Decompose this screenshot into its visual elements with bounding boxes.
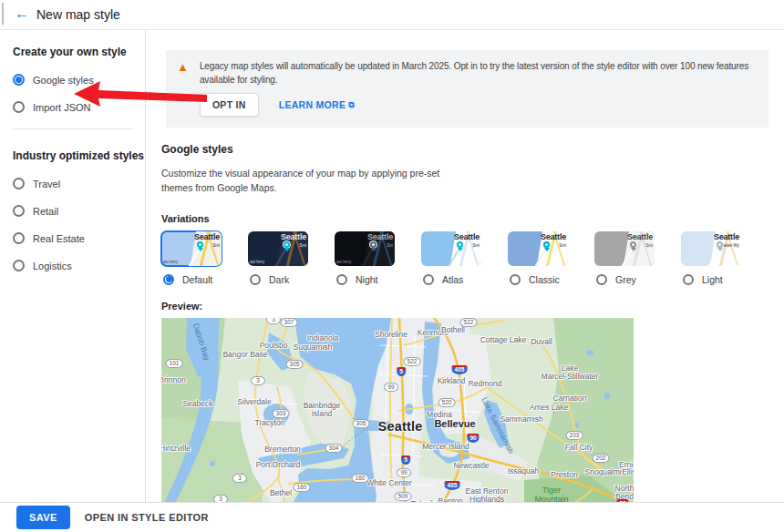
thumb-city-label: Seattle <box>281 232 306 241</box>
route-shield-509: 509 <box>395 492 412 501</box>
radio-industry-real-estate[interactable]: Real Estate <box>13 232 145 244</box>
radio-create-google-styles[interactable]: Google styles <box>13 74 145 86</box>
route-shield-304: 304 <box>325 444 343 453</box>
radio-variation-dark[interactable]: Dark <box>250 274 308 285</box>
variation-default: SeattleSmiast ferryDefault <box>161 231 222 285</box>
sidebar-divider <box>13 128 132 129</box>
variation-classic: SeattleSmiClassic <box>508 231 568 285</box>
map-water-label-dabob-bay: Dabob Bay <box>191 322 212 361</box>
map-forest-label: Tiger Mountain State Forest <box>529 486 573 502</box>
variation-thumb-night[interactable]: SeattleSmast ferry <box>335 231 395 266</box>
route-shield-305: 305 <box>286 360 304 369</box>
radio-icon-dark[interactable] <box>250 274 261 285</box>
route-shield-160: 160 <box>352 474 369 483</box>
variation-thumb-dark[interactable]: SeattleSmiast ferry <box>248 231 308 266</box>
map-pin-icon <box>198 248 203 251</box>
thumb-sub-label: Smi <box>299 243 306 248</box>
warning-icon: ▲ <box>177 60 189 74</box>
thumb-city-label: Seattle <box>194 232 220 241</box>
map-pin-icon <box>544 248 550 251</box>
map-label-north-bend: North Bend <box>615 484 634 501</box>
radio-icon-light[interactable] <box>683 274 694 285</box>
variation-thumb-default[interactable]: SeattleSmiast ferry <box>161 231 222 266</box>
radio-icon-import-json[interactable] <box>13 101 25 113</box>
save-button[interactable]: SAVE <box>16 506 70 529</box>
map-label-seabeck: Seabeck <box>182 400 212 408</box>
radio-icon-default[interactable] <box>163 274 174 285</box>
thumb-city-label: Seattle <box>541 232 566 241</box>
map-water-label-lake-sammamish: Lake Sammamish <box>480 395 516 455</box>
map-label-east-renton-highlands: East Renton Highlands <box>466 486 509 502</box>
radio-industry-logistics[interactable]: Logistics <box>13 260 145 271</box>
map-label-fall-city: Fall City <box>565 444 593 452</box>
route-shield-520: 520 <box>438 398 456 407</box>
radio-variation-classic[interactable]: Classic <box>510 274 568 285</box>
route-shield-522: 522 <box>460 318 478 327</box>
thumb-corner-label: ast ferry <box>250 260 264 264</box>
route-shield-90: 90 <box>467 434 479 443</box>
map-label-indianola: Indianola <box>307 334 339 343</box>
map-label-bremerton: Bremerton <box>264 445 301 454</box>
map-label-duvall: Duvall <box>531 338 552 346</box>
radio-label-grey: Grey <box>615 274 636 285</box>
sidebar: Create your own style Google stylesImpor… <box>0 29 146 502</box>
variation-thumb-atlas[interactable]: SeattleSmi <box>421 231 481 266</box>
radio-industry-retail[interactable]: Retail <box>13 205 145 217</box>
map-label-suquamish: Suquamish <box>294 343 333 352</box>
radio-icon-real-estate[interactable] <box>13 232 25 244</box>
variations-label: Variations <box>161 213 784 224</box>
learn-more-link[interactable]: LEARN MORE ⧉ <box>279 99 355 110</box>
radio-label-retail: Retail <box>33 206 58 217</box>
radio-icon-retail[interactable] <box>13 205 25 217</box>
thumb-sub-label: Smi <box>559 243 566 248</box>
thumb-city-label: Seattle <box>454 232 480 241</box>
radio-variation-grey[interactable]: Grey <box>596 274 655 285</box>
thumb-city-label: Seattle <box>627 232 653 241</box>
thumb-city-label: Seattle <box>367 232 393 241</box>
map-label-cottage-lake: Cottage Lake <box>480 336 527 344</box>
radio-variation-light[interactable]: Light <box>683 274 741 285</box>
radio-icon-grey[interactable] <box>596 274 607 285</box>
variation-thumb-light[interactable]: SeattleYesler Wy <box>681 231 741 266</box>
map-label-silverdale: Silverdale <box>237 398 271 406</box>
radio-label-travel: Travel <box>33 179 60 189</box>
thumb-sub-label: Smi <box>212 243 220 248</box>
radio-icon-travel[interactable] <box>13 178 25 189</box>
google-styles-description: Customize the visual appearance of your … <box>161 166 462 196</box>
variation-thumb-grey[interactable]: SeattleSmi <box>594 231 655 266</box>
radio-industry-travel[interactable]: Travel <box>13 178 145 189</box>
radio-create-import-json[interactable]: Import JSON <box>13 101 145 113</box>
map-label-bangor-base: Bangor Base <box>222 351 267 359</box>
back-button[interactable]: ← <box>15 5 29 23</box>
map-label-ellis: Ellis <box>622 468 634 476</box>
route-shield-202: 202 <box>593 454 610 463</box>
route-shield-160: 160 <box>294 483 311 492</box>
route-shield-99: 99 <box>384 383 398 392</box>
map-label-hintzville: Hintzville <box>161 445 191 453</box>
radio-variation-atlas[interactable]: Atlas <box>423 274 481 285</box>
map-label-issaquah: Issaquah <box>508 467 540 476</box>
thumb-sub-label: Smi <box>645 243 653 248</box>
map-preview[interactable]: IndianolaPoulsboSuquamishBangor BaseShor… <box>161 318 634 502</box>
variation-thumb-classic[interactable]: SeattleSmi <box>508 231 568 266</box>
panel-edge <box>2 3 4 25</box>
map-label-newcastle: Newcastle <box>453 462 489 470</box>
map-label-brinnon: Brinnon <box>161 376 186 384</box>
variation-light: SeattleYesler WyLight <box>681 231 741 285</box>
opt-in-button[interactable]: OPT IN <box>200 93 259 117</box>
map-pin-icon <box>371 248 377 251</box>
radio-variation-default[interactable]: Default <box>163 274 222 285</box>
radio-icon-night[interactable] <box>336 274 347 285</box>
radio-variation-night[interactable]: Night <box>336 274 395 285</box>
map-pin-icon <box>717 248 723 251</box>
route-shield-203: 203 <box>566 431 583 440</box>
radio-icon-logistics[interactable] <box>13 260 25 271</box>
open-in-style-editor-button[interactable]: OPEN IN STYLE EDITOR <box>85 512 209 523</box>
radio-icon-atlas[interactable] <box>423 274 434 285</box>
radio-icon-classic[interactable] <box>510 274 521 285</box>
map-label-white-center: White Center <box>366 479 412 487</box>
map-label-lake-marcel-stillwater: Lake Marcel-Stillwater <box>542 363 599 381</box>
radio-icon-google-styles[interactable] <box>13 74 25 86</box>
map-label-medina: Medina <box>427 411 452 419</box>
variations-row: SeattleSmiast ferryDefaultSeattleSmiast … <box>161 231 784 285</box>
